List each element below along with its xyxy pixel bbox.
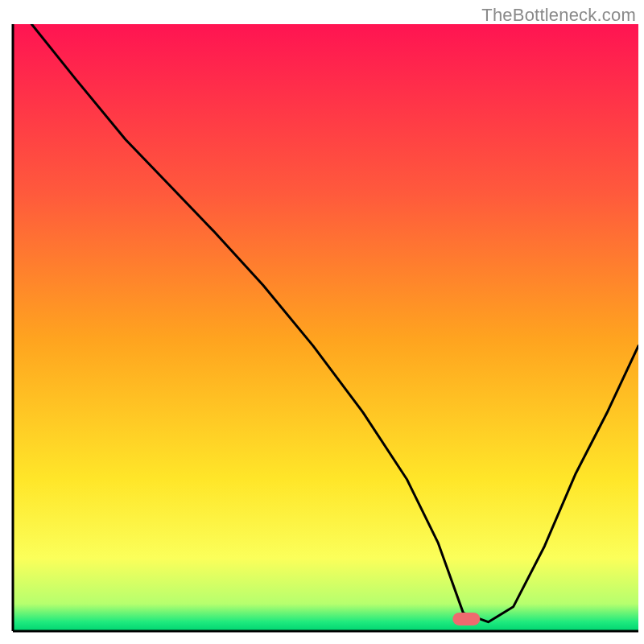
optimal-marker [452,613,480,625]
chart-root: TheBottleneck.com [0,0,644,644]
bottleneck-chart [0,0,644,644]
